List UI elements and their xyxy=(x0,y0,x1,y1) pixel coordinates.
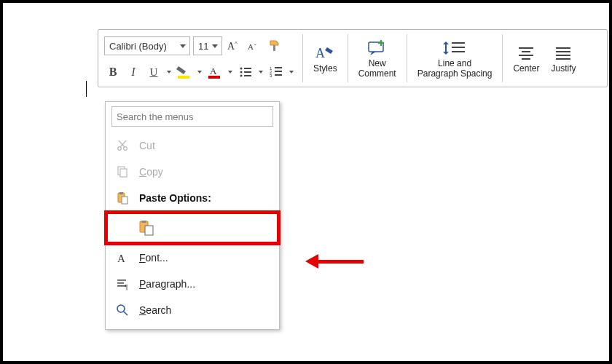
bold-button[interactable]: B xyxy=(104,63,122,81)
new-comment-label2: Comment xyxy=(358,69,396,79)
menu-item-font[interactable]: A Font... xyxy=(111,245,273,271)
svg-rect-41 xyxy=(142,221,146,223)
svg-text:A: A xyxy=(315,46,325,60)
svg-point-10 xyxy=(240,71,243,74)
svg-rect-29 xyxy=(556,47,570,49)
svg-rect-38 xyxy=(119,192,123,194)
paste-options-row xyxy=(111,211,273,245)
menu-item-label: Paragraph... xyxy=(139,278,195,290)
bullets-icon[interactable] xyxy=(237,63,254,81)
svg-rect-28 xyxy=(522,58,530,60)
menu-search-placeholder: Search the menus xyxy=(117,111,194,122)
svg-point-8 xyxy=(240,68,243,70)
toolbar-separator xyxy=(302,34,303,82)
svg-rect-5 xyxy=(178,76,189,79)
font-size-value: 11 xyxy=(198,41,208,52)
line-spacing-button[interactable]: Line and Paragraph Spacing xyxy=(412,30,498,87)
paste-options-label: Paste Options: xyxy=(139,192,211,204)
svg-rect-44 xyxy=(117,280,126,281)
svg-rect-27 xyxy=(519,55,533,56)
svg-rect-15 xyxy=(275,67,282,68)
svg-rect-45 xyxy=(117,282,124,284)
svg-rect-4 xyxy=(273,45,275,51)
svg-rect-17 xyxy=(275,71,282,72)
center-label: Center xyxy=(513,64,539,74)
svg-point-48 xyxy=(117,305,125,312)
svg-rect-22 xyxy=(452,42,465,44)
svg-rect-39 xyxy=(122,197,128,204)
font-name-select[interactable]: Calibri (Body) xyxy=(104,36,190,55)
underline-dropdown[interactable] xyxy=(165,71,173,74)
justify-label: Justify xyxy=(551,64,576,74)
svg-rect-25 xyxy=(519,47,533,49)
menu-item-label: Search xyxy=(139,304,171,316)
toolbar-separator xyxy=(348,34,348,82)
svg-rect-26 xyxy=(522,51,530,52)
svg-text:A: A xyxy=(210,66,217,76)
menu-item-search[interactable]: Search xyxy=(111,297,273,323)
underline-button[interactable]: U xyxy=(145,63,162,81)
svg-point-33 xyxy=(118,147,122,151)
text-cursor xyxy=(86,81,87,97)
svg-rect-11 xyxy=(244,71,251,73)
arrow-annotation xyxy=(305,254,364,269)
svg-rect-31 xyxy=(556,55,570,56)
mini-toolbar: Calibri (Body) 11 A^ Aˇ B I U A xyxy=(98,29,608,87)
font-size-select[interactable]: 11 xyxy=(193,36,222,55)
numbering-dropdown[interactable] xyxy=(288,71,295,74)
svg-rect-19 xyxy=(275,74,282,76)
svg-rect-24 xyxy=(452,51,465,52)
grow-font-icon[interactable]: A^ xyxy=(225,37,243,55)
svg-rect-30 xyxy=(556,51,570,52)
highlight-dropdown[interactable] xyxy=(196,71,203,74)
svg-rect-36 xyxy=(120,169,127,177)
new-comment-label1: New xyxy=(369,59,386,69)
menu-item-label: Cut xyxy=(139,140,155,151)
svg-text:^: ^ xyxy=(235,40,238,47)
paste-default-icon[interactable] xyxy=(136,218,157,238)
shrink-font-icon[interactable]: Aˇ xyxy=(246,37,263,55)
justify-button[interactable]: Justify xyxy=(545,30,581,87)
font-color-icon[interactable]: A xyxy=(206,63,224,81)
font-name-value: Calibri (Body) xyxy=(109,41,167,52)
svg-text:A: A xyxy=(117,253,125,264)
menu-search-input[interactable]: Search the menus xyxy=(111,106,273,127)
clipboard-icon xyxy=(114,191,130,205)
numbering-icon[interactable]: 123 xyxy=(267,63,285,81)
toolbar-separator xyxy=(502,34,503,82)
svg-point-34 xyxy=(124,147,128,151)
context-menu: Search the menus Cut Copy Paste Options:… xyxy=(105,101,280,330)
bullets-dropdown[interactable] xyxy=(257,71,264,74)
scissors-icon xyxy=(114,139,130,152)
new-comment-button[interactable]: New Comment xyxy=(353,30,402,87)
styles-label: Styles xyxy=(313,64,337,74)
styles-button[interactable]: A Styles xyxy=(307,30,343,87)
font-letter-icon: A xyxy=(114,251,130,264)
italic-button[interactable]: I xyxy=(125,63,142,81)
copy-icon xyxy=(114,165,130,178)
search-icon xyxy=(114,304,130,317)
svg-text:3: 3 xyxy=(270,74,272,78)
menu-item-copy: Copy xyxy=(111,159,273,185)
svg-rect-9 xyxy=(244,68,251,69)
svg-text:¶: ¶ xyxy=(125,283,128,290)
line-spacing-label2: Paragraph Spacing xyxy=(417,69,493,79)
center-button[interactable]: Center xyxy=(507,30,545,87)
menu-item-cut: Cut xyxy=(111,132,273,159)
svg-point-12 xyxy=(240,75,243,77)
svg-rect-7 xyxy=(208,76,220,79)
font-color-dropdown[interactable] xyxy=(227,71,234,74)
format-painter-icon[interactable] xyxy=(266,37,283,55)
menu-item-paragraph[interactable]: ¶ Paragraph... xyxy=(111,271,273,297)
menu-item-label: Copy xyxy=(139,166,163,178)
svg-rect-42 xyxy=(145,226,153,235)
toolbar-separator xyxy=(407,34,407,82)
svg-rect-32 xyxy=(556,58,570,60)
menu-item-paste-options: Paste Options: xyxy=(111,185,273,211)
svg-rect-23 xyxy=(452,47,465,48)
svg-text:ˇ: ˇ xyxy=(254,43,256,50)
highlight-icon[interactable] xyxy=(176,63,193,81)
svg-text:A: A xyxy=(248,42,254,51)
svg-rect-13 xyxy=(244,75,251,76)
line-spacing-label1: Line and xyxy=(438,59,471,69)
